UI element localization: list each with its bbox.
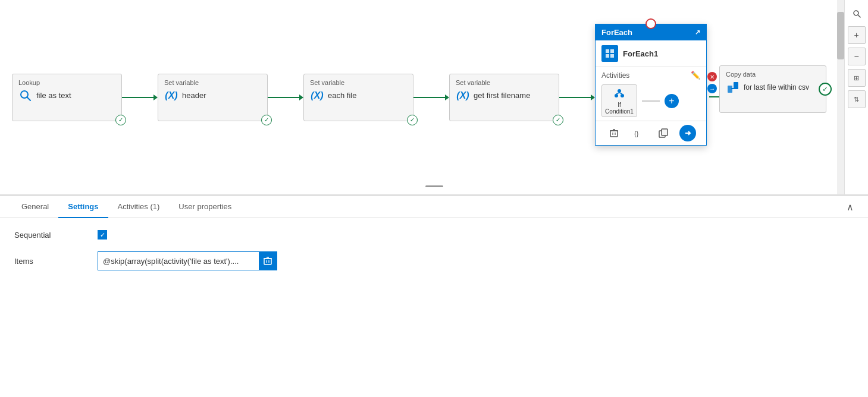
layout-btn[interactable]: ⇅: [848, 90, 866, 108]
svg-rect-23: [264, 259, 271, 264]
foreach-copy-btn[interactable]: [655, 125, 672, 141]
set-var-first-subtitle: get first filename: [474, 91, 530, 100]
foreach-add-activity-btn[interactable]: +: [665, 94, 679, 108]
connector-arrow-1: [153, 94, 158, 100]
svg-rect-3: [610, 49, 614, 53]
fit-btn[interactable]: ⊞: [848, 69, 866, 87]
set-var-first-title: Set variable: [456, 79, 490, 86]
copy-data-success: ✓: [819, 83, 832, 96]
svg-rect-5: [610, 54, 614, 58]
foreach-side-x-btn[interactable]: ✕: [707, 72, 717, 81]
connector-arrow-4: [591, 94, 595, 100]
set-var-each-file-subtitle: each file: [328, 91, 356, 100]
svg-point-8: [621, 94, 624, 97]
variable-first-icon: (X): [456, 89, 470, 103]
zoom-in-btn[interactable]: +: [848, 26, 866, 44]
set-var-header-success: ✓: [261, 115, 272, 125]
foreach-arrow-btn[interactable]: [679, 125, 696, 141]
set-var-header-title: Set variable: [164, 79, 199, 86]
canvas-scrollbar[interactable]: [837, 0, 844, 195]
foreach-title-icon: [601, 45, 618, 62]
svg-rect-4: [606, 54, 609, 58]
set-variable-each-file-node[interactable]: Set variable (X) each file ✓: [303, 74, 413, 121]
foreach-side-arrow-btn[interactable]: →: [707, 84, 717, 93]
svg-point-7: [615, 94, 618, 97]
tab-general[interactable]: General: [12, 196, 58, 218]
zoom-out-btn[interactable]: −: [848, 48, 866, 65]
connector-line-4: [559, 97, 591, 98]
variable-each-file-icon: (X): [310, 89, 324, 103]
search-btn[interactable]: [848, 5, 866, 23]
foreach-activities-area: IfCondition1 +: [596, 81, 706, 121]
variable-header-icon: (X): [164, 89, 178, 103]
svg-line-9: [616, 93, 619, 94]
if-condition-node[interactable]: IfCondition1: [601, 84, 637, 117]
sequential-checkbox[interactable]: ✓: [98, 230, 107, 240]
copy-data-content: for last file within csv: [726, 80, 820, 94]
connector-line-3: [413, 97, 445, 98]
foreach-edit-icon[interactable]: ✏️: [691, 71, 700, 80]
connector-line-2: [268, 97, 299, 98]
foreach-toolbar: {}: [596, 121, 706, 145]
lookup-node[interactable]: Lookup file as text ✓: [12, 74, 122, 121]
connector-arrow-2: [299, 94, 303, 100]
canvas-resize-handle[interactable]: [425, 185, 443, 187]
connector-1: [122, 94, 158, 100]
tab-settings[interactable]: Settings: [58, 196, 108, 218]
copy-data-subtitle: for last file within csv: [744, 83, 809, 92]
lookup-icon: [18, 89, 33, 103]
foreach-popup: ForEach ↗ ForEach1 Activities ✏️: [595, 24, 707, 146]
set-variable-first-filename-node[interactable]: Set variable (X) get first filename ✓: [449, 74, 559, 121]
set-var-header-content: (X) header: [164, 89, 206, 103]
if-condition-label: IfCondition1: [605, 102, 634, 115]
set-var-first-content: (X) get first filename: [456, 89, 530, 103]
items-input-wrapper: [98, 251, 277, 270]
copy-data-title: Copy data: [726, 71, 820, 78]
canvas-scrollbar-thumb[interactable]: [837, 12, 844, 59]
foreach-json-btn[interactable]: {}: [630, 125, 647, 141]
tab-user-properties[interactable]: User properties: [169, 196, 241, 218]
connector-2: [268, 94, 303, 100]
svg-rect-2: [606, 49, 609, 53]
set-variable-header-node[interactable]: Set variable (X) header ✓: [158, 74, 268, 121]
svg-line-10: [619, 93, 622, 94]
foreach-activities-label: Activities ✏️: [596, 67, 706, 81]
copy-data-node[interactable]: Copy data for last file within csv ✓: [719, 65, 826, 113]
panel-content: Sequential ✓ Items: [0, 218, 868, 294]
svg-point-6: [618, 89, 621, 93]
copy-data-icon: [726, 80, 740, 94]
set-var-each-file-content: (X) each file: [310, 89, 356, 103]
lookup-success-badge: ✓: [115, 115, 126, 125]
tabs-left: General Settings Activities (1) User pro…: [12, 196, 241, 218]
right-toolbar: + − ⊞ ⇅: [844, 0, 868, 195]
svg-line-22: [858, 15, 860, 18]
panel-collapse-btn[interactable]: ∧: [844, 199, 856, 215]
foreach-top-circle: [645, 18, 656, 29]
items-label: Items: [14, 257, 86, 266]
connector-line-1: [122, 97, 153, 98]
svg-line-1: [27, 97, 31, 100]
set-var-first-success: ✓: [553, 115, 563, 125]
pipeline-canvas: Lookup file as text ✓ Set variable: [0, 0, 868, 195]
svg-text:{}: {}: [634, 130, 639, 137]
svg-rect-11: [610, 131, 618, 137]
foreach-inner-arrow: [642, 100, 660, 102]
lookup-node-title: Lookup: [18, 79, 40, 86]
tab-activities[interactable]: Activities (1): [108, 196, 170, 218]
items-delete-btn[interactable]: [259, 252, 277, 270]
set-var-each-file-success: ✓: [407, 115, 418, 125]
sequential-label: Sequential: [14, 231, 86, 240]
svg-point-21: [854, 11, 858, 15]
connector-3: [413, 94, 449, 100]
items-row: Items: [14, 251, 854, 270]
set-var-header-subtitle: header: [182, 91, 206, 100]
lookup-node-content: file as text: [18, 89, 71, 103]
items-input[interactable]: [98, 257, 259, 266]
foreach-header-label: ForEach: [601, 28, 632, 37]
foreach-expand-icon[interactable]: ↗: [695, 29, 700, 36]
sequential-row: Sequential ✓: [14, 230, 854, 240]
foreach-delete-btn[interactable]: [606, 125, 622, 141]
set-var-each-file-title: Set variable: [310, 79, 344, 86]
tabs-row: General Settings Activities (1) User pro…: [0, 196, 868, 218]
connector-4: [559, 94, 595, 100]
